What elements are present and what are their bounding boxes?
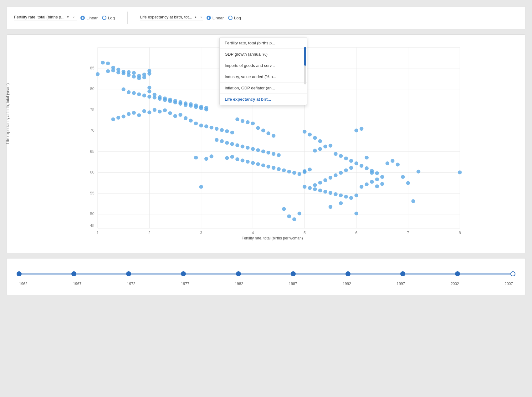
svg-point-58: [127, 90, 130, 94]
y-axis-log-label: Log: [234, 16, 241, 20]
timeline-dot-1992[interactable]: [345, 271, 350, 276]
svg-point-210: [406, 181, 410, 185]
controls-panel: Fertility rate, total (births p... ▼ × L…: [6, 6, 526, 29]
svg-text:3: 3: [200, 231, 202, 235]
svg-point-36: [101, 61, 105, 64]
y-axis-selector[interactable]: Life expectancy at birth, tot... ▲ ×: [140, 15, 203, 21]
svg-point-60: [137, 92, 141, 96]
svg-point-140: [241, 158, 244, 162]
timeline-label-1997: 1997: [397, 282, 405, 286]
svg-point-149: [287, 170, 291, 173]
svg-point-118: [199, 185, 203, 188]
svg-point-207: [354, 212, 358, 215]
svg-point-208: [396, 163, 400, 166]
x-axis-log-radio[interactable]: Log: [102, 16, 115, 20]
svg-text:45: 45: [90, 224, 95, 228]
svg-point-127: [246, 146, 249, 149]
svg-text:4: 4: [252, 231, 254, 235]
svg-point-44: [121, 71, 125, 75]
timeline-container: 1962 1967 1972 1977 1982 1987 1992 1997 …: [19, 267, 513, 286]
svg-point-123: [225, 141, 229, 145]
svg-point-40: [111, 66, 115, 69]
svg-point-124: [230, 142, 234, 146]
svg-text:65: 65: [90, 149, 95, 154]
x-axis-linear-radio[interactable]: Linear: [80, 16, 98, 20]
dropdown-item-2[interactable]: Imports of goods and serv...: [220, 60, 307, 71]
svg-point-85: [111, 118, 115, 121]
svg-point-122: [220, 139, 224, 143]
timeline-label-1967: 1967: [73, 282, 81, 286]
x-axis-selector[interactable]: Fertility rate, total (births p... ▼ ×: [14, 15, 77, 21]
svg-point-66: [158, 95, 161, 99]
timeline-label-1982: 1982: [235, 282, 243, 286]
svg-point-155: [313, 136, 317, 140]
svg-point-202: [370, 180, 374, 184]
y-axis-linear-radio-circle: [207, 16, 211, 20]
svg-point-146: [272, 166, 275, 170]
timeline-dot-1967[interactable]: [71, 271, 76, 276]
svg-point-38: [106, 62, 110, 65]
svg-point-103: [204, 124, 208, 128]
svg-point-94: [158, 110, 161, 113]
timeline-label-1972: 1972: [127, 282, 136, 286]
svg-point-125: [235, 143, 239, 147]
y-axis-log-radio[interactable]: Log: [228, 16, 241, 20]
timeline-dot-1977[interactable]: [181, 271, 186, 276]
svg-point-175: [323, 178, 327, 182]
timeline-dot-1987[interactable]: [291, 271, 296, 276]
svg-point-196: [339, 193, 343, 197]
svg-point-200: [360, 185, 363, 188]
x-axis-label: Fertility rate, total (births per woman): [25, 236, 519, 240]
svg-text:2: 2: [148, 231, 151, 235]
svg-point-204: [380, 175, 384, 179]
timeline-dot-1997[interactable]: [400, 271, 405, 276]
svg-point-97: [173, 114, 177, 118]
svg-point-160: [313, 149, 317, 153]
y-axis-linear-radio[interactable]: Linear: [207, 16, 224, 20]
svg-point-120: [210, 154, 213, 158]
y-axis-dropdown[interactable]: Fertility rate, total (births p... GDP g…: [219, 37, 307, 105]
svg-point-154: [308, 133, 312, 136]
svg-point-192: [318, 188, 322, 192]
timeline-dot-2007[interactable]: [510, 271, 515, 276]
svg-point-156: [318, 139, 322, 143]
svg-point-150: [292, 171, 296, 175]
svg-point-95: [163, 108, 167, 112]
dropdown-item-5[interactable]: Life expectancy at birt...: [220, 94, 307, 105]
svg-point-161: [318, 147, 322, 151]
svg-point-163: [329, 144, 332, 148]
timeline-dot-2002[interactable]: [455, 271, 460, 276]
dropdown-item-3[interactable]: Industry, value added (% o...: [220, 71, 307, 83]
svg-point-135: [287, 214, 291, 218]
svg-point-195: [334, 192, 337, 196]
svg-point-93: [153, 108, 156, 112]
left-control-group: Fertility rate, total (births p... ▼ × L…: [14, 15, 115, 21]
svg-point-212: [417, 170, 420, 173]
svg-point-139: [235, 157, 239, 161]
dropdown-item-0[interactable]: Fertility rate, total (births p...: [220, 38, 307, 49]
svg-point-115: [266, 131, 270, 135]
svg-point-211: [411, 199, 415, 203]
svg-point-187: [386, 161, 389, 165]
svg-point-209: [401, 175, 405, 179]
svg-point-61: [142, 93, 146, 97]
svg-point-46: [127, 70, 130, 74]
svg-point-180: [349, 166, 353, 170]
svg-point-136: [292, 217, 296, 221]
svg-point-205: [329, 205, 332, 209]
svg-point-126: [241, 144, 244, 148]
timeline-dot-1962[interactable]: [17, 271, 22, 276]
x-axis-close-button[interactable]: ×: [73, 15, 74, 19]
timeline-label-1962: 1962: [19, 282, 28, 286]
svg-text:50: 50: [90, 212, 95, 216]
svg-point-173: [313, 183, 317, 187]
timeline-dot-1982[interactable]: [236, 271, 241, 276]
timeline-dot-1972[interactable]: [126, 271, 131, 276]
svg-point-185: [375, 184, 379, 188]
dropdown-item-1[interactable]: GDP growth (annual %): [220, 49, 307, 60]
svg-point-86: [116, 116, 120, 119]
dropdown-item-4[interactable]: Inflation, GDP deflator (an...: [220, 83, 307, 94]
dropdown-scrollbar[interactable]: [304, 47, 306, 84]
y-axis-close-button[interactable]: ×: [200, 15, 202, 19]
svg-text:6: 6: [355, 231, 357, 235]
